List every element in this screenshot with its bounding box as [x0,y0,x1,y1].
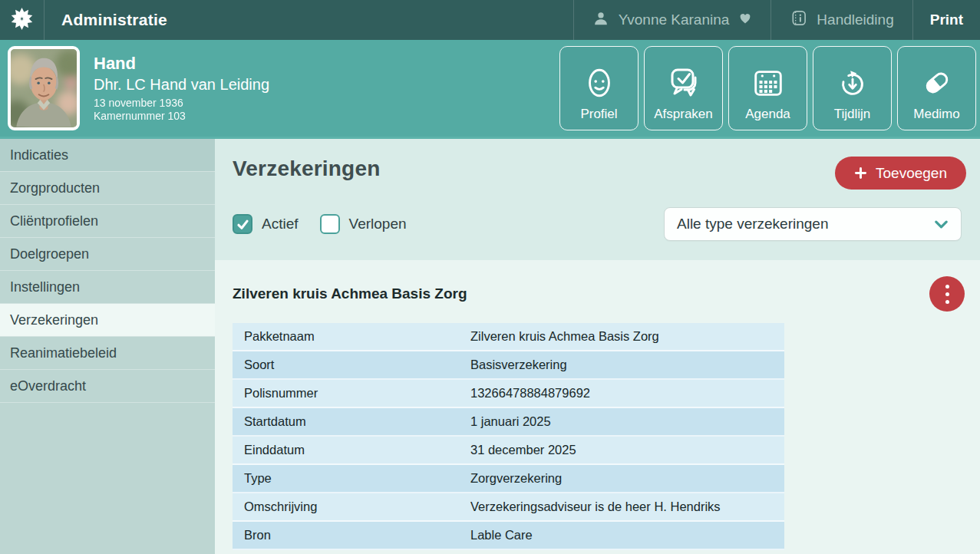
history-cycle-icon [835,59,870,107]
detail-label: Pakketnaam [244,328,470,345]
detail-row-pakketnaam: PakketnaamZilveren kruis Achmea Basis Zo… [233,323,784,351]
patient-info: Hand Dhr. LC Hand van Leiding 13 novembe… [94,54,269,122]
chevron-down-icon [932,216,950,233]
unchecked-checkbox-icon [320,214,340,234]
patient-photo-image [11,49,77,127]
detail-value: Basisverzekering [470,357,731,373]
quick-button-label: Medimo [913,107,959,122]
detail-label: Startdatum [244,414,470,430]
app-logo[interactable] [0,0,45,40]
sidebar-item-instellingen[interactable]: Instellingen [0,271,215,304]
print-label: Print [930,12,963,28]
sidebar-item-cli-ntprofielen[interactable]: Cliëntprofielen [0,205,215,238]
detail-row-bron: BronLable Care [233,522,784,550]
quick-button-agenda[interactable]: Agenda [728,46,807,130]
manual-book-icon [790,9,807,31]
filter-checkboxes: ActiefVerlopen [233,214,428,234]
person-icon [592,10,609,31]
detail-row-startdatum: Startdatum1 januari 2025 [233,408,784,437]
detail-label: Polisnummer [244,385,470,401]
top-bar: Administratie Yvonne Karanina Handleidin… [0,0,980,40]
detail-label: Einddatum [244,442,470,458]
detail-row-type: TypeZorgverzekering [233,465,784,493]
checkbox-actief[interactable]: Actief [233,214,299,234]
detail-value: Zorgverzekering [470,470,731,486]
detail-row-polisnummer: Polisnummer13266478884879692 [233,380,784,408]
detail-value: Lable Care [470,527,731,543]
patient-full-name: Dhr. LC Hand van Leiding [94,75,269,94]
sidebar-item-doelgroepen[interactable]: Doelgroepen [0,238,215,271]
detail-label: Soort [244,357,470,373]
detail-row-omschrijving: OmschrijvingVerzekeringsadviseur is de h… [233,493,784,522]
print-button[interactable]: Print [912,0,980,40]
patient-header: Hand Dhr. LC Hand van Leiding 13 novembe… [0,40,980,137]
content-area: IndicatiesZorgproductenCliëntprofielenDo… [0,137,980,554]
quick-button-afspraken[interactable]: Afspraken [644,46,723,130]
type-filter-value: Alle type verzekeringen [677,216,932,232]
add-button-label: Toevoegen [876,165,947,182]
insurance-card: Zilveren kruis Achmea Basis Zorg Pakketn… [215,260,980,554]
user-menu[interactable]: Yvonne Karanina [573,0,771,40]
insurance-title: Zilveren kruis Achmea Basis Zorg [233,285,467,302]
flower-logo-icon [9,6,35,35]
detail-label: Type [244,470,470,486]
detail-label: Bron [244,527,470,543]
kebab-menu-button[interactable] [929,276,965,312]
plus-icon [854,167,867,180]
smiley-face-icon [582,59,617,107]
heart-caret-icon [738,12,752,29]
quick-button-label: Afspraken [654,107,713,122]
chat-check-icon [665,59,702,107]
sidebar-item-reanimatiebeleid[interactable]: Reanimatiebeleid [0,337,215,370]
quick-button-profiel[interactable]: Profiel [559,46,638,130]
sidebar-item-indicaties[interactable]: Indicaties [0,139,215,172]
detail-value: 1 januari 2025 [470,414,731,430]
sidebar-item-zorgproducten[interactable]: Zorgproducten [0,172,215,205]
checked-checkbox-icon [233,214,252,234]
sidebar-item-verzekeringen[interactable]: Verzekeringen [0,304,215,337]
patient-room: Kamernummer 103 [94,110,269,123]
detail-value: Zilveren kruis Achmea Basis Zorg [470,328,731,345]
calendar-icon [751,59,786,107]
quick-buttons: ProfielAfsprakenAgendaTijdlijnMedimo [559,46,976,130]
main-panel: Verzekeringen Toevoegen ActiefVerlopen A… [215,139,980,554]
detail-value: 13266478884879692 [470,385,731,401]
detail-row-einddatum: Einddatum31 december 2025 [233,437,784,465]
page-title: Verzekeringen [233,157,380,181]
checkbox-label: Verlopen [349,216,407,232]
detail-value: 31 december 2025 [470,442,731,458]
help-menu[interactable]: Handleiding [770,0,912,40]
checkbox-verlopen[interactable]: Verlopen [320,214,407,234]
quick-button-label: Tijdlijn [834,107,871,122]
sidebar-item-eoverdracht[interactable]: eOverdracht [0,370,215,403]
detail-label: Omschrijving [244,499,470,515]
quick-button-label: Agenda [745,107,790,122]
help-label: Handleiding [817,12,893,28]
pill-icon [919,59,955,107]
patient-birth-date: 13 november 1936 [94,97,269,110]
add-button[interactable]: Toevoegen [835,157,966,190]
detail-row-soort: SoortBasisverzekering [233,351,784,380]
checkbox-label: Actief [262,216,299,232]
detail-value: Verzekeringsadviseur is de heer H. Hendr… [470,499,731,515]
quick-button-label: Profiel [580,107,617,122]
quick-button-tijdlijn[interactable]: Tijdlijn [813,46,892,130]
quick-button-medimo[interactable]: Medimo [897,46,976,130]
kebab-dots-icon [945,285,949,304]
sidebar-nav: IndicatiesZorgproductenCliëntprofielenDo… [0,139,215,554]
patient-short-name: Hand [94,54,269,74]
filter-section: Verzekeringen Toevoegen ActiefVerlopen A… [215,139,980,260]
app-title: Administratie [61,0,167,40]
detail-table: PakketnaamZilveren kruis Achmea Basis Zo… [233,323,784,550]
type-filter-dropdown[interactable]: Alle type verzekeringen [664,207,962,241]
patient-photo [8,46,80,130]
user-name: Yvonne Karanina [619,12,730,28]
topbar-spacer [167,0,573,40]
